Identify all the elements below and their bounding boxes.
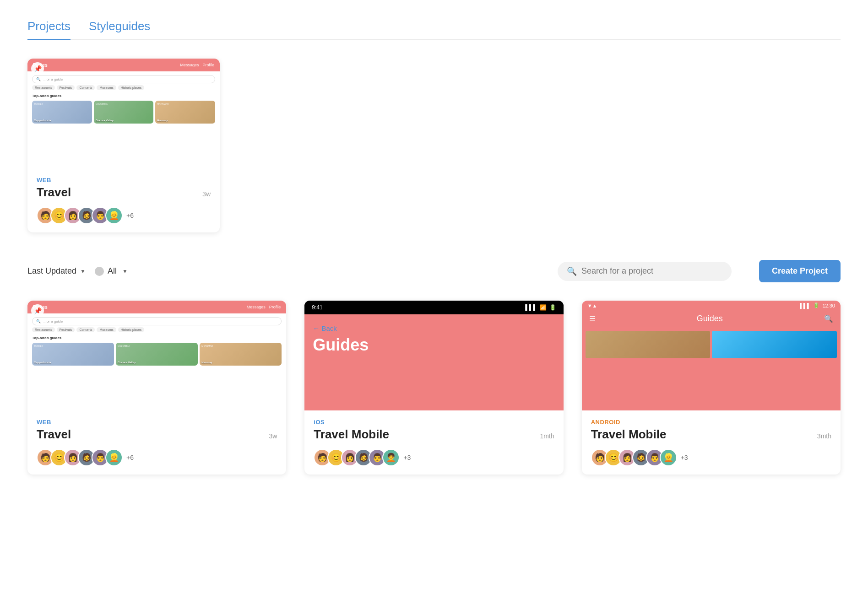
web-preview-0: Places Messages Profile 📌 🔍 ...or a guid…: [27, 301, 286, 410]
tab-projects[interactable]: Projects: [27, 19, 71, 40]
hamburger-icon: ☰: [589, 314, 596, 323]
card-title: Travel: [37, 185, 71, 200]
preview-pin-icon-0: 📌: [31, 304, 44, 317]
create-project-button[interactable]: Create Project: [759, 260, 841, 282]
card-avatars-0: 🧑 😊 👩 🧔 👨 👱 +6: [37, 449, 277, 466]
card-info-1: iOS Travel Mobile 1mth 🧑 😊 👩 🧔 👨 🧑‍🦱 +3: [304, 410, 563, 475]
card-title-row: Travel 3w: [37, 185, 211, 200]
card-avatars-1: 🧑 😊 👩 🧔 👨 🧑‍🦱 +3: [314, 449, 554, 466]
project-card-0[interactable]: Places Messages Profile 📌 🔍 ...or a guid…: [27, 301, 286, 475]
preview-nav-profile: Profile: [202, 63, 214, 67]
android-status-bar: ▼▲ ▌▌▌ 🔋 12:30: [582, 301, 841, 310]
all-filter-dot: [95, 267, 104, 276]
all-filter[interactable]: All ▼: [95, 266, 128, 276]
android-wifi-icon: ▼▲: [587, 303, 597, 308]
featured-section: Places Messages Profile 📌 🔍 ...or a guid…: [27, 59, 841, 232]
card-title-2: Travel Mobile: [591, 427, 667, 442]
ios-preview: 9:41 ▌▌▌ 📶 🔋 ← Back Guides: [304, 301, 563, 410]
card-type-0: WEB: [37, 419, 277, 426]
ios-time: 9:41: [312, 304, 322, 311]
preview-guide-1: TURKEY Cappadoccia: [32, 101, 92, 124]
card-info-0: WEB Travel 3w 🧑 😊 👩 🧔 👨 👱 +6: [27, 410, 286, 475]
tabs-bar: Projects Styleguides: [27, 18, 841, 40]
tab-styleguides[interactable]: Styleguides: [89, 19, 150, 40]
card-time-0: 3w: [269, 432, 277, 440]
android-signal-icon: ▌▌▌: [800, 303, 810, 308]
preview-nav-messages: Messages: [180, 63, 199, 67]
card-time-1: 1mth: [540, 432, 554, 440]
battery-icon: 🔋: [549, 304, 556, 311]
all-filter-label: All: [108, 266, 117, 276]
card-type-2: ANDROID: [591, 419, 831, 426]
page-container: Projects Styleguides Places Messages Pro…: [0, 0, 868, 493]
preview-header: Places Messages Profile: [27, 59, 220, 71]
search-box[interactable]: 🔍: [558, 262, 732, 281]
card-preview-0: Places Messages Profile 📌 🔍 ...or a guid…: [27, 301, 286, 410]
last-updated-filter[interactable]: Last Updated ▼: [27, 266, 86, 276]
android-nav-bar: ☰ Guides 🔍: [582, 310, 841, 327]
search-icon: 🔍: [567, 266, 577, 276]
card-time-2: 3mth: [817, 432, 831, 440]
preview-header-links: Messages Profile: [180, 63, 214, 67]
preview-search-icon: 🔍: [36, 77, 41, 81]
card-title-1: Travel Mobile: [314, 427, 389, 442]
wifi-icon: 📶: [540, 304, 547, 311]
android-images: [586, 331, 837, 358]
preview-tag: Concerts: [76, 85, 95, 90]
avatar-more-2: +3: [681, 454, 688, 461]
preview-tag: Festivals: [57, 85, 75, 90]
search-input[interactable]: [581, 266, 722, 276]
preview-guides: TURKEY Cappadoccia COLOMBIA Cocora Valle…: [32, 101, 215, 124]
android-nav-title: Guides: [697, 314, 723, 324]
chevron-down-icon: ▼: [80, 268, 86, 275]
card-avatars-2: 🧑 😊 👩 🧔 👨 👱 +3: [591, 449, 831, 466]
android-time: 12:30: [822, 303, 835, 308]
preview-guide-2: COLOMBIA Cocora Valley: [94, 101, 154, 124]
card-type: WEB: [37, 177, 211, 183]
toolbar: Last Updated ▼ All ▼ 🔍 Create Project: [27, 260, 841, 282]
preview-guide-3: MYANMAR Hamnay: [155, 101, 215, 124]
signal-icon: ▌▌▌: [525, 304, 537, 311]
avatar-more-0: +6: [126, 454, 134, 461]
android-preview: ▼▲ ▌▌▌ 🔋 12:30 ☰ Guides 🔍: [582, 301, 841, 410]
preview-tag: Historic places: [118, 85, 145, 90]
preview-search-bar: 🔍 ...or a guide: [32, 75, 215, 83]
android-search-icon: 🔍: [824, 314, 833, 323]
card-title-0: Travel: [37, 427, 71, 442]
projects-grid: Places Messages Profile 📌 🔍 ...or a guid…: [27, 301, 841, 475]
project-card-2[interactable]: ▼▲ ▌▌▌ 🔋 12:30 ☰ Guides 🔍: [582, 301, 841, 475]
featured-card[interactable]: Places Messages Profile 📌 🔍 ...or a guid…: [27, 59, 220, 232]
card-type-1: iOS: [314, 419, 554, 426]
card-preview-2: ▼▲ ▌▌▌ 🔋 12:30 ☰ Guides 🔍: [582, 301, 841, 410]
card-info: WEB Travel 3w 🧑 😊 👩 🧔 👨 👱 +6: [27, 168, 220, 232]
ios-back: ← Back: [313, 324, 555, 332]
preview-section-title: Top-rated guides: [32, 94, 215, 98]
avatar-0-6: 👱: [105, 449, 123, 466]
card-preview-1: 9:41 ▌▌▌ 📶 🔋 ← Back Guides: [304, 301, 563, 410]
preview-header-0: Places Messages Profile: [27, 301, 286, 313]
project-card-1[interactable]: 9:41 ▌▌▌ 📶 🔋 ← Back Guides: [304, 301, 563, 475]
all-chevron-icon: ▼: [122, 268, 128, 275]
ios-status-icons: ▌▌▌ 📶 🔋: [525, 304, 556, 311]
card-avatars: 🧑 😊 👩 🧔 👨 👱 +6: [37, 207, 211, 224]
preview-tag: Restaurants: [32, 85, 55, 90]
filter-label: Last Updated: [27, 266, 76, 276]
preview-pin-icon: 📌: [31, 62, 44, 75]
android-img-1: [586, 331, 711, 358]
preview-tags: Restaurants Festivals Concerts Museums H…: [32, 85, 215, 90]
preview-search-text: ...or a guide: [43, 77, 63, 81]
card-time: 3w: [202, 190, 211, 198]
preview-tag: Museums: [97, 85, 116, 90]
ios-title: Guides: [313, 337, 555, 353]
android-battery-icon: 🔋: [813, 302, 819, 308]
avatar-more: +6: [126, 212, 134, 219]
avatar-1-6: 🧑‍🦱: [382, 449, 400, 466]
ios-content: ← Back Guides: [304, 314, 563, 410]
android-img-2: [712, 331, 837, 358]
avatar-2-6: 👱: [660, 449, 677, 466]
avatar-6: 👱: [105, 207, 123, 224]
card-preview-web: Places Messages Profile 📌 🔍 ...or a guid…: [27, 59, 220, 168]
avatar-more-1: +3: [403, 454, 411, 461]
card-info-2: ANDROID Travel Mobile 3mth 🧑 😊 👩 🧔 👨 👱 +…: [582, 410, 841, 475]
web-preview: Places Messages Profile 📌 🔍 ...or a guid…: [27, 59, 220, 168]
